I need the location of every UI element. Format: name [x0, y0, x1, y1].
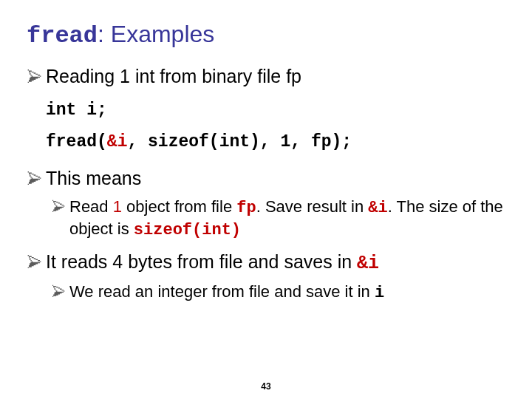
bullet-1: ⮚ Reading 1 int from binary file fp: [27, 66, 505, 87]
bullet-icon: ⮚: [52, 198, 66, 217]
bullet-icon: ⮚: [52, 283, 66, 302]
bullet-icon: ⮚: [27, 253, 41, 273]
bullet-2a: ⮚ Read 1 object from file fp. Save resul…: [27, 197, 505, 241]
seg: We read an integer from file and save it…: [69, 282, 375, 301]
title-rest: : Examples: [98, 21, 214, 47]
code-amp-i: &i: [107, 132, 128, 151]
bullet-icon: ⮚: [27, 170, 41, 189]
bullet-3a: ⮚ We read an integer from file and save …: [27, 282, 505, 304]
code-seg: , sizeof(int), 1, fp);: [127, 132, 352, 151]
bullet-icon: ⮚: [27, 68, 41, 87]
bullet-1-text: Reading 1 int from binary file fp: [46, 66, 301, 86]
seg: It reads 4 bytes from file and saves in: [46, 251, 357, 272]
title-code: fread: [27, 22, 98, 50]
code-line-1: int i;: [46, 95, 505, 126]
amp-i-code: &i: [357, 253, 379, 274]
bullet-3: ⮚ It reads 4 bytes from file and saves i…: [27, 251, 505, 274]
code-block: int i; fread(&i, sizeof(int), 1, fp);: [27, 95, 505, 157]
page-number: 43: [0, 381, 532, 392]
seg: Read: [69, 197, 113, 216]
code-line-2: fread(&i, sizeof(int), 1, fp);: [46, 126, 505, 158]
seg: object from file: [122, 197, 236, 216]
bullet-2: ⮚ This means: [27, 168, 505, 189]
i-code: i: [375, 284, 384, 302]
fp-code: fp: [236, 199, 256, 217]
slide-title: fread: Examples: [27, 21, 505, 50]
code-seg: fread(: [46, 132, 107, 151]
one-highlight: 1: [113, 197, 122, 216]
amp-i-code: &i: [368, 199, 387, 217]
sizeof-code: sizeof(int): [134, 221, 241, 239]
seg: . Save result in: [256, 197, 369, 216]
bullet-2-text: This means: [46, 168, 141, 188]
